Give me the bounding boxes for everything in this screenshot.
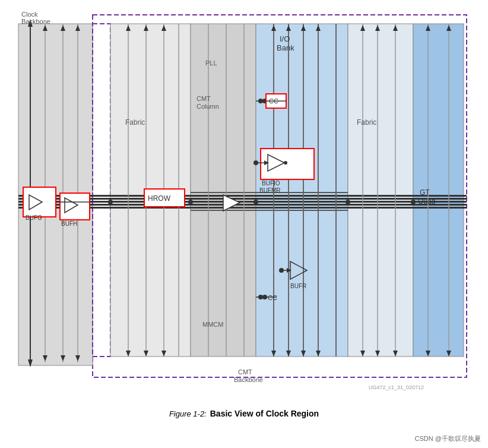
- svg-text:CMT: CMT: [197, 95, 211, 102]
- svg-point-113: [108, 200, 113, 204]
- svg-point-110: [188, 200, 193, 204]
- svg-point-111: [253, 200, 258, 204]
- svg-point-116: [279, 268, 284, 273]
- diagram-container: BUFG BUFH HROW BUFIO BUFMR BUFR CC: [12, 6, 476, 404]
- svg-text:Backbone: Backbone: [234, 376, 263, 383]
- svg-text:BUFG: BUFG: [26, 214, 42, 221]
- svg-rect-69: [23, 187, 56, 217]
- svg-text:BUFR: BUFR: [290, 283, 306, 289]
- svg-rect-15: [191, 210, 348, 211]
- svg-rect-5: [191, 24, 256, 356]
- svg-text:Column: Column: [197, 103, 219, 110]
- svg-text:Bank: Bank: [277, 43, 294, 52]
- svg-text:BUFH: BUFH: [61, 220, 77, 227]
- svg-text:UG472_c1_31_020712: UG472_c1_31_020712: [369, 384, 424, 390]
- svg-text:Fabric: Fabric: [125, 118, 145, 127]
- svg-text:Fabric: Fabric: [357, 118, 376, 127]
- svg-text:Backbone: Backbone: [21, 18, 50, 25]
- svg-text:GT: GT: [420, 188, 430, 197]
- svg-rect-7: [348, 24, 413, 356]
- clock-region-diagram: BUFG BUFH HROW BUFIO BUFMR BUFR CC: [12, 6, 476, 398]
- svg-text:MMCM: MMCM: [202, 321, 223, 328]
- svg-text:CC: CC: [268, 294, 277, 301]
- svg-text:Clock: Clock: [21, 11, 38, 18]
- svg-text:I/O: I/O: [280, 34, 290, 43]
- svg-point-114: [411, 200, 416, 204]
- svg-text:CMT: CMT: [238, 368, 252, 376]
- svg-text:Quad: Quad: [418, 197, 435, 206]
- svg-point-81: [284, 161, 287, 165]
- figure-label: Figure 1-2:: [169, 409, 207, 418]
- svg-text:PLL: PLL: [205, 59, 217, 67]
- svg-text:BUFMR: BUFMR: [259, 187, 281, 194]
- csdn-watermark: CSDN @千歌叹尽执夏: [415, 434, 481, 443]
- svg-text:BUFIO: BUFIO: [262, 180, 280, 187]
- figure-title: Basic View of Clock Region: [210, 409, 319, 418]
- svg-text:HROW: HROW: [148, 194, 171, 203]
- svg-point-112: [346, 200, 350, 204]
- svg-rect-77: [261, 149, 314, 179]
- svg-point-115: [253, 160, 258, 165]
- figure-caption: Figure 1-2: Basic View of Clock Region: [169, 409, 319, 418]
